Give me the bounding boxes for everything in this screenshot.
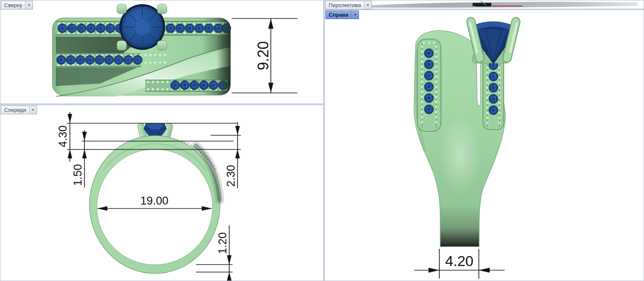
prong-head	[470, 22, 517, 64]
chevron-down-icon[interactable]: ▼	[351, 11, 359, 19]
viewport-right[interactable]: 4.20 Справа ▼	[324, 10, 644, 281]
dim-value-1-20: 1.20	[216, 232, 229, 254]
viewport-tab-label: Сверху	[1, 1, 25, 9]
dimension-band-width: 9.20	[232, 19, 297, 93]
dimension-bottom-width: 4.20	[414, 249, 505, 279]
dim-value-4-30: 4.30	[57, 126, 69, 148]
dim-value-2-30: 2.30	[225, 165, 237, 187]
viewport-tab-label: Спереди	[1, 106, 29, 114]
left-gem-channel	[417, 39, 441, 131]
viewport-perspective[interactable]: Перспектива ▼	[324, 0, 644, 9]
viewport-top[interactable]: 9.20 Сверху ▼	[0, 0, 324, 104]
viewport-tab-right[interactable]: Справа ▼	[325, 10, 359, 19]
viewport-tab-label: Перспектива	[326, 1, 364, 9]
dim-value-4-20: 4.20	[445, 253, 473, 269]
dim-value-1-50: 1.50	[72, 164, 84, 186]
viewport-front[interactable]: 4.30 1.50 2.30 19.00 1.20 Спереди	[0, 105, 324, 281]
viewport-tab-front[interactable]: Спереди ▼	[1, 106, 37, 114]
center-stone-top	[121, 6, 163, 48]
viewport-tab-label: Справа	[326, 11, 351, 19]
perspective-view-sliver	[325, 0, 644, 9]
dim-value-9-20: 9.20	[255, 41, 272, 70]
chevron-down-icon[interactable]: ▼	[364, 1, 372, 9]
chevron-down-icon[interactable]: ▼	[25, 1, 32, 9]
top-view-drawing: 9.20	[0, 0, 323, 104]
dim-value-19-00: 19.00	[140, 195, 168, 207]
right-view-drawing: 4.20	[325, 10, 644, 281]
viewport-tab-top[interactable]: Сверху ▼	[1, 1, 33, 10]
front-view-drawing: 4.30 1.50 2.30 19.00 1.20	[0, 105, 323, 281]
viewport-tab-perspective[interactable]: Перспектива ▼	[325, 1, 372, 10]
chevron-down-icon[interactable]: ▼	[29, 106, 37, 114]
